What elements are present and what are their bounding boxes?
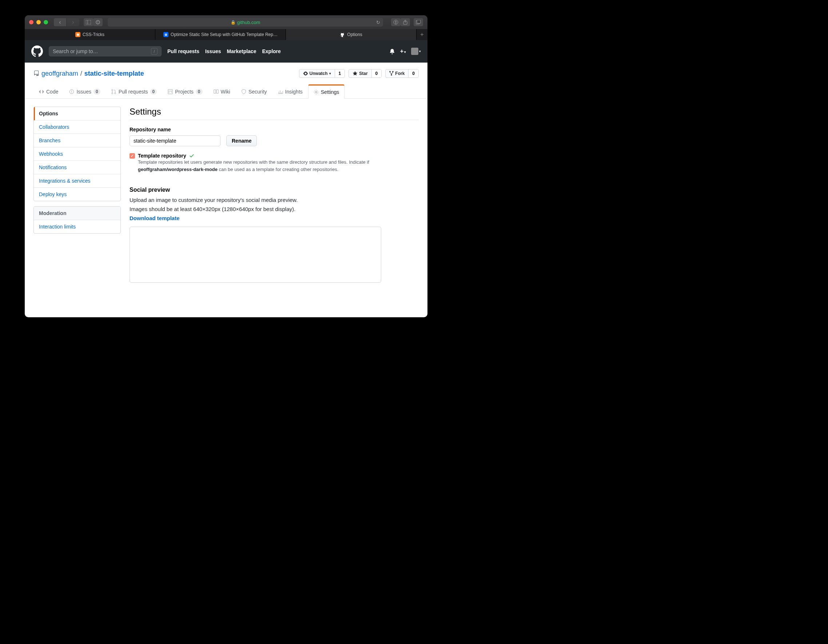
close-window[interactable] — [29, 20, 33, 24]
repo-name-input[interactable] — [130, 135, 221, 146]
mi-deploykeys[interactable]: Deploy keys — [34, 188, 121, 201]
nav-pullrequests[interactable]: Pull requests — [167, 49, 199, 54]
tab-strip: ✱ CSS-Tricks ⧈ Optimize Static Site Setu… — [25, 29, 428, 40]
nav-issues[interactable]: Issues — [205, 49, 221, 54]
menu-header-moderation: Moderation — [34, 207, 121, 220]
repo-link[interactable]: static-site-template — [85, 70, 144, 77]
social-p1: Upload an image to customize your reposi… — [130, 197, 419, 203]
tabs-button[interactable] — [414, 18, 423, 26]
search-input[interactable]: Search or jump to… / — [49, 46, 162, 57]
mi-options[interactable]: Options — [34, 107, 121, 121]
download-template-link[interactable]: Download template — [130, 215, 180, 221]
fork-button[interactable]: Fork 0 — [385, 69, 419, 78]
mi-interaction-limits[interactable]: Interaction limits — [34, 220, 121, 233]
tab-settings[interactable]: Settings — [308, 85, 345, 99]
github-icon — [340, 32, 345, 37]
pr-icon — [111, 89, 116, 94]
tab-insights[interactable]: Insights — [273, 85, 308, 98]
moderation-menu: Moderation Interaction limits — [33, 206, 121, 234]
tab-issues[interactable]: Issues0 — [64, 85, 105, 98]
mi-integrations[interactable]: Integrations & services — [34, 174, 121, 188]
star-button[interactable]: Star 0 — [348, 69, 382, 78]
svg-rect-9 — [417, 20, 420, 23]
share-button[interactable] — [400, 18, 410, 26]
forward-button[interactable]: › — [67, 18, 79, 26]
tab-label: CSS-Tricks — [83, 32, 104, 37]
github-logo[interactable] — [31, 46, 43, 57]
social-title: Social preview — [130, 187, 419, 193]
page-title: Settings — [130, 107, 419, 120]
rename-button[interactable]: Rename — [226, 135, 257, 146]
tab-label: Options — [347, 32, 362, 37]
mi-webhooks[interactable]: Webhooks — [34, 148, 121, 161]
shield-icon — [241, 89, 246, 94]
tab-code[interactable]: Code — [33, 85, 64, 98]
page-content: geoffgraham / static-site-template Unwat… — [25, 63, 428, 317]
sidebar-icon — [86, 20, 91, 24]
address-bar[interactable]: 🔒 github.com ↻ — [108, 18, 383, 27]
mi-branches[interactable]: Branches — [34, 134, 121, 148]
tab-label: Optimize Static Site Setup with GitHub T… — [171, 32, 278, 37]
graph-icon — [278, 89, 283, 94]
csstricks-icon: ✱ — [75, 32, 80, 37]
repo-tabs: Code Issues0 Pull requests0 Projects0 Wi… — [33, 85, 419, 98]
back-button[interactable]: ‹ — [54, 18, 66, 26]
shield-icon — [96, 20, 100, 25]
settings-menu: Options Collaborators Branches Webhooks … — [33, 107, 121, 201]
sidebar-toggle[interactable] — [84, 18, 93, 26]
new-tab[interactable]: + — [417, 29, 428, 40]
reload-icon[interactable]: ↻ — [376, 20, 380, 25]
reader-button[interactable] — [391, 18, 400, 26]
tab-security[interactable]: Security — [236, 85, 273, 98]
search-placeholder: Search or jump to… — [53, 49, 98, 54]
tabs-icon — [416, 20, 421, 24]
slash-key-icon: / — [151, 48, 157, 55]
dropbox-icon: ⧈ — [163, 32, 168, 37]
fork-icon — [389, 71, 394, 76]
watch-button[interactable]: Unwatch ▾ 1 — [299, 69, 345, 78]
main: Options Collaborators Branches Webhooks … — [25, 99, 428, 291]
issue-icon — [69, 89, 74, 94]
svg-point-6 — [395, 21, 396, 22]
nav-marketplace[interactable]: Marketplace — [227, 49, 257, 54]
tab-optimize[interactable]: ⧈ Optimize Static Site Setup with GitHub… — [155, 29, 286, 40]
tab-options[interactable]: Options — [286, 29, 417, 40]
tab-csstricks[interactable]: ✱ CSS-Tricks — [25, 29, 155, 40]
svg-rect-0 — [86, 20, 91, 24]
check-icon — [189, 153, 194, 158]
toolbar-right — [400, 18, 423, 26]
repo-name-label: Repository name — [130, 127, 419, 132]
repo-icon — [33, 71, 39, 76]
lock-icon: 🔒 — [231, 20, 236, 25]
privacy-button[interactable] — [93, 18, 103, 26]
star-count: 0 — [372, 69, 382, 77]
owner-link[interactable]: geoffgraham — [41, 70, 78, 77]
window-controls — [29, 20, 48, 24]
tab-projects[interactable]: Projects0 — [162, 85, 208, 98]
settings-panel: Settings Repository name Rename ✓ Templa… — [130, 107, 419, 283]
svg-point-14 — [112, 89, 113, 91]
tab-wiki[interactable]: Wiki — [208, 85, 236, 98]
share-icon — [403, 20, 408, 25]
nav-explore[interactable]: Explore — [262, 49, 281, 54]
bell-icon[interactable] — [389, 49, 395, 54]
path-separator: / — [80, 70, 82, 77]
user-menu[interactable]: ▾ — [411, 48, 421, 55]
safari-window: ‹ › 🔒 github.com ↻ ✱ CSS-Tric — [25, 15, 428, 317]
svg-point-21 — [315, 91, 317, 93]
create-menu[interactable]: +▾ — [400, 48, 406, 55]
gear-icon — [314, 90, 319, 94]
minimize-window[interactable] — [36, 20, 41, 24]
project-icon — [168, 89, 173, 94]
svg-point-13 — [72, 92, 72, 93]
nav-buttons: ‹ › — [54, 18, 79, 26]
zoom-window[interactable] — [44, 20, 48, 24]
social-preview-box[interactable] — [130, 227, 381, 283]
primary-nav: Pull requests Issues Marketplace Explore — [167, 49, 281, 54]
tab-pulls[interactable]: Pull requests0 — [106, 85, 163, 98]
eye-icon — [303, 71, 308, 76]
mi-notifications[interactable]: Notifications — [34, 161, 121, 174]
settings-sidebar: Options Collaborators Branches Webhooks … — [33, 107, 121, 283]
template-checkbox[interactable]: ✓ — [130, 153, 135, 159]
mi-collaborators[interactable]: Collaborators — [34, 121, 121, 134]
